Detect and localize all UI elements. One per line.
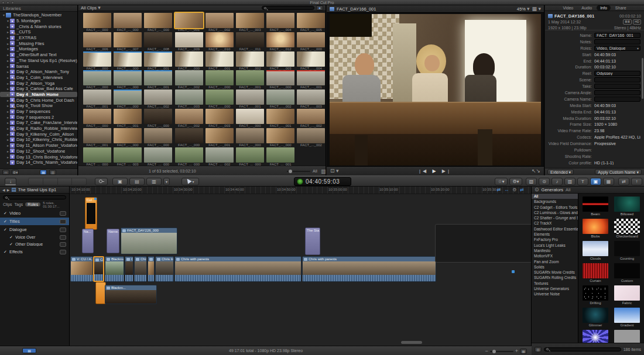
generator-category[interactable]: MotionVFX xyxy=(532,253,578,259)
browser-clip[interactable]: FACT_..._000 xyxy=(82,70,112,89)
append-edit-button[interactable]: ▥ xyxy=(146,178,162,185)
browser-clip[interactable]: FACT_..._001 xyxy=(265,109,296,128)
browser-clip[interactable]: FACT_..._004 xyxy=(265,13,296,32)
clip-thumbnail[interactable] xyxy=(297,51,325,67)
clip-thumbnail[interactable] xyxy=(297,70,325,85)
duration-slider[interactable] xyxy=(287,171,310,172)
clip-thumbnail[interactable] xyxy=(266,32,294,47)
clip-thumbnail[interactable] xyxy=(144,147,172,163)
library-item[interactable]: ▸★Day 10_Kilkenny_Chris_Robbie xyxy=(0,137,77,143)
clip-thumbnail[interactable] xyxy=(83,109,111,124)
generator-category[interactable]: Manifesto xyxy=(532,248,578,253)
generator-thumbnail[interactable] xyxy=(614,285,640,301)
browser-clip[interactable]: FACT_..._002 xyxy=(143,89,173,109)
clip-thumbnail[interactable] xyxy=(266,89,294,105)
clip-thumbnail[interactable] xyxy=(266,128,294,143)
keyword-editor-button[interactable] xyxy=(95,178,108,185)
clip-thumbnail[interactable] xyxy=(83,51,111,67)
generator-item[interactable]: Fabric xyxy=(612,285,642,305)
generator-item[interactable]: Billowed Background xyxy=(612,197,642,216)
browser-clip[interactable]: FACT_..._002 xyxy=(174,109,204,128)
generator-thumbnail[interactable] xyxy=(583,308,608,323)
storyline-clip[interactable]: Chr... xyxy=(134,256,147,282)
role-minimize-button[interactable] xyxy=(60,219,66,224)
forward-arrow-icon[interactable]: ▶ xyxy=(7,188,10,192)
browser-clip[interactable]: FACT_..._000 xyxy=(112,51,143,71)
browser-clip[interactable]: FACT_..._000 xyxy=(82,51,112,71)
browser-clip[interactable]: FACT_..._000 xyxy=(174,128,204,147)
generator-category[interactable]: Backgrounds xyxy=(532,199,578,204)
role-row-dialogue[interactable]: ✓Dialogue xyxy=(0,226,69,233)
play-button[interactable]: ▶ xyxy=(432,168,438,174)
generator-category[interactable]: Solids xyxy=(532,264,578,270)
browser-clip[interactable]: FACT_..._002 xyxy=(296,128,326,147)
selected-storyline-clip[interactable]: Col xyxy=(93,256,104,282)
import-media-button[interactable]: ↓ xyxy=(5,178,16,185)
browser-clip[interactable]: FACT_..._000 xyxy=(204,89,235,109)
browser-clip[interactable]: FACT_..._002 xyxy=(296,109,326,128)
clip-thumbnail[interactable] xyxy=(297,128,325,143)
clip-thumbnail[interactable] xyxy=(83,147,111,163)
generator-category[interactable]: C2 Luminous - Glows and Blurs xyxy=(532,210,578,215)
clip-thumbnail[interactable] xyxy=(144,32,172,47)
browser-clip[interactable]: FACT_..._001 xyxy=(174,13,204,32)
gear-icon[interactable]: ⚙▾ xyxy=(12,170,19,175)
browser-clip[interactable]: FACT_..._000 xyxy=(143,147,173,166)
library-item[interactable]: ▸★⚠Day 1_Colm_Interviews xyxy=(0,75,77,81)
index-tab-tags[interactable]: Tags xyxy=(15,202,23,206)
generators-search-input[interactable] xyxy=(544,347,621,351)
clip-thumbnail[interactable] xyxy=(266,70,294,85)
browser-search-input[interactable] xyxy=(262,6,314,10)
clip-thumbnail[interactable] xyxy=(83,70,111,85)
field-input[interactable]: FACT_DAY166_001 xyxy=(594,33,640,38)
browser-clip[interactable]: FACT_..._001 xyxy=(265,147,296,166)
filmstrip-view-button[interactable]: ▤ xyxy=(40,170,47,175)
transitions-browser-button[interactable]: ▥ xyxy=(564,178,576,185)
clip-thumbnail[interactable] xyxy=(236,147,264,163)
library-item[interactable]: ▸★Day 2_Alison_Yoga xyxy=(0,80,77,86)
generator-category[interactable]: C2 Gadget - Editors Tools xyxy=(532,205,578,210)
clip-thumbnail[interactable] xyxy=(205,109,234,124)
generator-category[interactable]: Luca's Light Leaks xyxy=(532,243,578,248)
generator-thumbnail[interactable] xyxy=(583,219,608,234)
disclosure-triangle-icon[interactable]: ▾ xyxy=(6,19,10,23)
browser-clip[interactable]: FACT_..._001 xyxy=(143,70,173,89)
generator-category[interactable]: SUGARfx Movie Credits xyxy=(532,270,578,275)
clip-thumbnail[interactable] xyxy=(144,128,172,143)
clip-thumbnail[interactable] xyxy=(266,147,294,163)
library-item[interactable]: ▸★_EXTRAS xyxy=(0,35,77,41)
insert-edit-button[interactable]: ▤ xyxy=(129,178,145,185)
field-input[interactable]: Odyssey xyxy=(594,71,640,76)
checkbox-checked-icon[interactable]: ✓ xyxy=(9,242,15,247)
title-clip[interactable]: Na... xyxy=(82,229,94,253)
tab-info[interactable]: Info xyxy=(597,5,611,11)
browser-clip[interactable]: FACT_..._002 xyxy=(235,51,265,71)
browser-clip[interactable]: FACT_..._000 xyxy=(112,13,143,32)
disclosure-triangle-icon[interactable]: ▸ xyxy=(6,87,10,91)
generator-category[interactable]: SUGARfx Rolling Credits xyxy=(532,275,578,280)
generator-category[interactable]: FxFactory Pro xyxy=(532,237,578,242)
enhancements-wand-button[interactable]: ☆▾ xyxy=(495,178,508,185)
browser-clip[interactable]: FACT_..._001 xyxy=(235,70,265,89)
clip-thumbnail[interactable] xyxy=(236,70,264,85)
browser-clip[interactable]: FACT_..._001 xyxy=(204,128,235,147)
viewer-display-popup[interactable]: ▦ ▾ xyxy=(532,6,541,12)
library-item[interactable]: ▾TheStandups_November xyxy=(0,12,77,18)
index-tab-clips[interactable]: Clips xyxy=(3,202,12,206)
browser-clip[interactable]: FACT_..._008 xyxy=(143,32,173,51)
role-row-voice-over[interactable]: ✓Voice Over xyxy=(0,234,69,240)
clip-thumbnail[interactable] xyxy=(114,89,142,105)
generator-item[interactable]: Drifting xyxy=(580,285,611,305)
disclosure-triangle-icon[interactable]: ▸ xyxy=(6,104,10,108)
previous-frame-button[interactable]: |◀ xyxy=(419,168,429,174)
checkbox-checked-icon[interactable]: ✓ xyxy=(9,235,15,240)
disclosure-triangle-icon[interactable]: ▸ xyxy=(6,92,10,96)
clip-thumbnail[interactable] xyxy=(83,128,111,143)
disclosure-triangle-icon[interactable]: ▸ xyxy=(6,81,10,85)
generator-thumbnail[interactable] xyxy=(614,197,640,212)
generators-browser-button[interactable]: ▣ xyxy=(590,178,601,185)
clip-thumbnail[interactable] xyxy=(83,89,111,105)
clip-thumbnail[interactable] xyxy=(144,89,172,105)
clip-thumbnail[interactable] xyxy=(175,128,203,143)
clip-thumbnail[interactable] xyxy=(236,89,264,105)
